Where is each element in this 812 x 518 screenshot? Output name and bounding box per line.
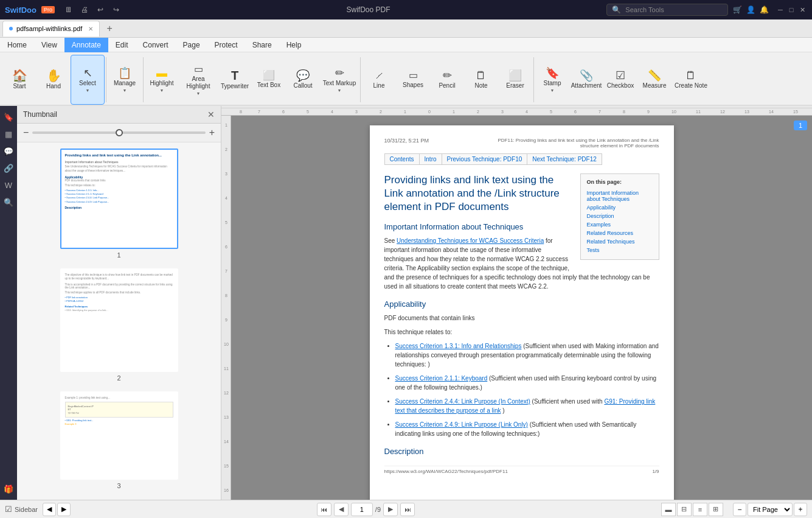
first-page-button[interactable]: ⏮ bbox=[317, 503, 331, 516]
sidebar-item-link[interactable]: 🔗 bbox=[1, 161, 16, 175]
pdf-bullet-1: Success Criterion 1.3.1: Info and Relati… bbox=[395, 341, 659, 369]
zoom-out-button[interactable]: − bbox=[733, 503, 746, 516]
menu-page[interactable]: Page bbox=[176, 38, 207, 52]
pdf-link-sc-131[interactable]: Success Criterion 1.3.1: Info and Relati… bbox=[395, 343, 522, 349]
hand-button[interactable]: ✋ Hand bbox=[36, 55, 71, 105]
typewriter-button[interactable]: T Typewriter bbox=[218, 55, 252, 105]
document-scroll-area[interactable]: 1 10/31/22, 5:21 PM PDF11: Providing lin… bbox=[231, 116, 812, 500]
sidebar-toggle[interactable]: ☑ Sidebar bbox=[5, 505, 38, 514]
scroll-view-button[interactable]: ≡ bbox=[693, 503, 707, 516]
area-highlight-button[interactable]: ▭ Area Highlight ▼ bbox=[179, 55, 218, 105]
select-button[interactable]: ↖ Select ▼ bbox=[71, 55, 105, 105]
pdf-pages-container: 10/31/22, 5:21 PM PDF11: Providing links… bbox=[231, 116, 812, 500]
menu-convert[interactable]: Convert bbox=[136, 38, 176, 52]
pencil-button[interactable]: ✏ Pencil bbox=[430, 55, 464, 105]
callout-button[interactable]: 💬 Callout bbox=[286, 55, 320, 105]
pdf-toc-item-4[interactable]: Examples bbox=[587, 220, 653, 229]
svg-text:14: 14 bbox=[224, 439, 229, 444]
stamp-icon: 🔖 bbox=[546, 68, 559, 79]
highlight-button[interactable]: ▬ Highlight ▼ bbox=[145, 55, 179, 105]
pdf-link-sc-244[interactable]: Success Criterion 2.4.4: Link Purpose (I… bbox=[395, 398, 530, 405]
close-button[interactable]: ✕ bbox=[797, 5, 807, 15]
thumbnail-page-1[interactable]: Providing links and link text using the … bbox=[60, 149, 178, 259]
pdf-link-wcag-techniques[interactable]: Understanding Techniques for WCAG Succes… bbox=[397, 237, 544, 244]
eraser-button[interactable]: ⬜ Eraser bbox=[498, 55, 532, 105]
pdf-toc-item-6[interactable]: Related Techniques bbox=[587, 237, 653, 246]
pdf-toc-item-5[interactable]: Related Resources bbox=[587, 229, 653, 237]
tab-close-button[interactable]: ✕ bbox=[88, 26, 93, 32]
pdf-tab-intro[interactable]: Intro bbox=[419, 153, 442, 165]
pdf-toc-item-7[interactable]: Tests bbox=[587, 246, 653, 254]
pdf-toc-item-1[interactable]: Important Information about Techniques bbox=[587, 189, 653, 203]
menu-protect[interactable]: Protect bbox=[207, 38, 245, 52]
pdf-link-sc-211[interactable]: Success Criterion 2.1.1: Keyboard bbox=[395, 375, 488, 382]
menu-annotate[interactable]: Annotate bbox=[64, 38, 108, 52]
line-button[interactable]: ⟋ Line bbox=[362, 55, 396, 105]
sidebar-item-gift[interactable]: 🎁 bbox=[1, 481, 16, 496]
shapes-icon: ▭ bbox=[409, 71, 418, 80]
thumbnail-page-2[interactable]: The objective of this technique is to sh… bbox=[60, 268, 178, 382]
sidebar-next-button[interactable]: ▶ bbox=[57, 503, 71, 516]
sidebar-checkbox[interactable]: ☑ bbox=[5, 505, 12, 514]
menu-edit[interactable]: Edit bbox=[108, 38, 136, 52]
pdf-toc-item-2[interactable]: Applicability bbox=[587, 203, 653, 212]
text-box-button[interactable]: ⬜ Text Box bbox=[252, 55, 286, 105]
new-tab-button[interactable]: + bbox=[102, 21, 117, 36]
sidebar-item-comment[interactable]: 💬 bbox=[1, 144, 16, 158]
notification-icon[interactable]: 🔔 bbox=[760, 5, 768, 14]
manage-button[interactable]: 📋 Manage ▼ bbox=[108, 55, 142, 105]
thumbnail-close-button[interactable]: ✕ bbox=[207, 110, 215, 119]
create-note-button[interactable]: 🗒 Create Note bbox=[671, 55, 710, 105]
pdf-tab-next[interactable]: Next Technique: PDF12 bbox=[527, 153, 602, 165]
sidebar-item-bookmark[interactable]: 🔖 bbox=[1, 110, 16, 124]
prev-page-button[interactable]: ◀ bbox=[334, 503, 349, 516]
shapes-button[interactable]: ▭ Shapes bbox=[396, 55, 430, 105]
zoom-level-select[interactable]: Fit Page Fit Width 50% 75% 100% 125% 150… bbox=[748, 503, 793, 516]
last-page-button[interactable]: ⏭ bbox=[400, 503, 415, 516]
menu-help[interactable]: Help bbox=[279, 38, 309, 52]
pdf-link-sc-249[interactable]: Success Criterion 2.4.9: Link Purpose (L… bbox=[395, 421, 528, 428]
search-tools-box[interactable]: 🔍 Search Tools bbox=[606, 4, 728, 16]
start-button[interactable]: 🏠 Start bbox=[2, 55, 36, 105]
two-page-view-button[interactable]: ⊟ bbox=[677, 503, 692, 516]
cart-icon[interactable]: 🛒 bbox=[733, 5, 741, 14]
print-icon[interactable]: 🖨 bbox=[80, 5, 89, 14]
thumbnail-zoom-out[interactable]: − bbox=[23, 127, 29, 138]
thumbnail-page-num-1: 1 bbox=[117, 251, 120, 259]
zoom-in-button[interactable]: + bbox=[794, 503, 807, 516]
pdf-tab-prev[interactable]: Previous Technique: PDF10 bbox=[442, 153, 527, 165]
redo-icon[interactable]: ↪ bbox=[112, 5, 120, 14]
file-icon[interactable]: 🗏 bbox=[64, 5, 73, 14]
sidebar-item-search[interactable]: 🔍 bbox=[1, 195, 16, 209]
thumbnail-zoom-slider[interactable] bbox=[32, 131, 205, 134]
minimize-button[interactable]: ─ bbox=[776, 5, 785, 15]
sidebar-prev-button[interactable]: ◀ bbox=[43, 503, 56, 516]
spread-view-button[interactable]: ⊞ bbox=[709, 503, 723, 516]
svg-text:4: 4 bbox=[331, 110, 333, 114]
text-markup-button[interactable]: ✏ Text Markup ▼ bbox=[320, 55, 359, 105]
user-icon[interactable]: 👤 bbox=[746, 5, 755, 14]
maximize-button[interactable]: □ bbox=[786, 5, 796, 15]
sidebar-item-grid[interactable]: ▦ bbox=[1, 127, 16, 141]
thumbnail-list: Providing links and link text using the … bbox=[17, 142, 221, 500]
stamp-button[interactable]: 🔖 Stamp ▼ bbox=[535, 55, 569, 105]
thumbnail-zoom-in[interactable]: + bbox=[209, 127, 215, 138]
svg-text:5: 5 bbox=[307, 110, 309, 114]
current-page-input[interactable] bbox=[351, 503, 373, 516]
menu-view[interactable]: View bbox=[34, 38, 64, 52]
sidebar-item-text[interactable]: W bbox=[1, 178, 16, 192]
pdf-toc-item-3[interactable]: Description bbox=[587, 212, 653, 220]
measure-button[interactable]: 📏 Measure bbox=[637, 55, 671, 105]
menu-share[interactable]: Share bbox=[245, 38, 279, 52]
attachment-button[interactable]: 📎 Attachment bbox=[569, 55, 603, 105]
next-page-button[interactable]: ▶ bbox=[383, 503, 398, 516]
menu-home[interactable]: Home bbox=[0, 38, 34, 52]
svg-text:9: 9 bbox=[647, 110, 650, 114]
thumbnail-page-3[interactable]: Example 1: providing link text using... … bbox=[60, 391, 178, 489]
checkbox-button[interactable]: ☑ Checkbox bbox=[603, 55, 637, 105]
single-page-view-button[interactable]: ▬ bbox=[661, 503, 676, 516]
undo-icon[interactable]: ↩ bbox=[96, 5, 105, 14]
pdf-tab[interactable]: pdfsampl-withlinks.pdf ✕ bbox=[2, 21, 100, 37]
pdf-tab-contents[interactable]: Contents bbox=[384, 153, 419, 165]
note-button[interactable]: 🗒 Note bbox=[464, 55, 498, 105]
